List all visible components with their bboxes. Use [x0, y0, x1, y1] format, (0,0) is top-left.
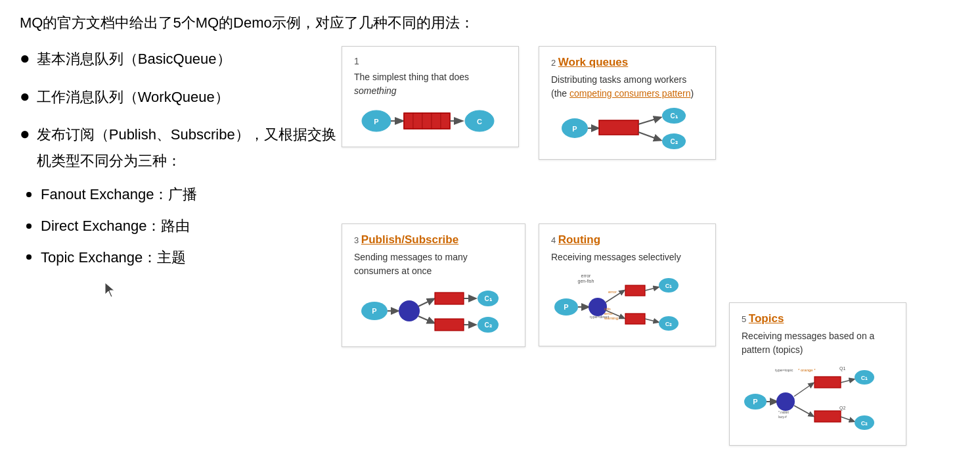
svg-rect-95	[821, 411, 828, 422]
card1-num: 1	[354, 56, 506, 66]
bullet-1: ● 基本消息队列（BasicQueue）	[20, 46, 342, 72]
card4-diagram: error gen-fish P type=direct	[551, 271, 703, 337]
sub-bullet-1-text: Fanout Exchange：广播	[41, 181, 197, 208]
svg-text:P: P	[374, 118, 378, 126]
svg-text:C₂: C₂	[484, 321, 491, 329]
svg-rect-69	[638, 314, 645, 324]
svg-line-100	[841, 417, 854, 421]
card2-desc: Distributing tasks among workers (the co…	[551, 73, 703, 101]
svg-rect-94	[814, 411, 821, 422]
svg-text:C₁: C₁	[861, 375, 868, 381]
svg-rect-39	[435, 319, 442, 331]
bullet-dot-2: ●	[20, 84, 30, 108]
card1-diagram: P C	[354, 105, 506, 137]
svg-text:error: error	[604, 312, 613, 316]
svg-rect-67	[625, 314, 632, 324]
left-content: ● 基本消息队列（BasicQueue） ● 工作消息队列（WorkQueue）…	[20, 46, 342, 306]
svg-text:C₂: C₂	[861, 420, 868, 427]
sub-bullets: Fanout Exchange：广播 Direct Exchange：路由 To…	[26, 181, 342, 270]
card4-desc: Receiving messages selectively	[551, 250, 703, 264]
sub-bullet-3-text: Topic Exchange：主题	[41, 245, 186, 271]
card-hello-world: 1 The simplest thing that does something…	[342, 46, 519, 147]
sub-bullet-2: Direct Exchange：路由	[26, 213, 342, 239]
svg-text:warning: warning	[604, 316, 618, 320]
card-work-queues: 2 Work queues Distributing tasks among w…	[539, 46, 716, 160]
svg-text:C₂: C₂	[670, 138, 677, 145]
svg-text:C₂: C₂	[665, 321, 673, 327]
sub-dot-3	[26, 254, 32, 260]
svg-rect-91	[834, 377, 841, 388]
card2-num: 2 Work queues	[551, 56, 703, 69]
svg-text:error: error	[581, 273, 591, 278]
sub-bullet-1: Fanout Exchange：广播	[26, 181, 342, 208]
svg-line-72	[645, 319, 658, 322]
diagrams-area: 1 The simplest thing that does something…	[342, 46, 960, 470]
svg-rect-89	[821, 377, 828, 388]
header-text: MQ的官方文档中给出了5个MQ的Demo示例，对应了几种不同的用法：	[20, 13, 960, 33]
svg-rect-8	[441, 113, 450, 129]
svg-line-99	[841, 379, 854, 383]
card3-title[interactable]: Publish/Subscribe	[361, 233, 458, 246]
svg-rect-41	[449, 319, 457, 331]
svg-rect-34	[435, 293, 442, 304]
card5-diagram: type=topic * orange * Q1 P *.rabbit lazy…	[742, 364, 894, 436]
card3-diagram: P	[354, 285, 513, 337]
svg-line-32	[418, 299, 434, 306]
svg-rect-37	[457, 293, 464, 304]
svg-text:*.rabbit: *.rabbit	[778, 410, 789, 414]
svg-rect-18	[615, 120, 623, 135]
bullet-3: ● 发布订阅（Publish、Subscribe），又根据交换机类型不同分为三种…	[20, 122, 342, 174]
card5-desc: Receiving messages based on a pattern (t…	[742, 329, 894, 357]
svg-rect-90	[828, 377, 834, 388]
svg-rect-6	[422, 113, 432, 129]
card4-num: 4 Routing	[551, 233, 703, 247]
svg-rect-40	[442, 319, 449, 331]
svg-rect-42	[457, 319, 464, 331]
svg-text:info: info	[604, 307, 611, 311]
card5-title[interactable]: Topics	[749, 312, 784, 325]
svg-text:gen-fish: gen-fish	[578, 279, 594, 284]
svg-text:lazy.#: lazy.#	[778, 415, 787, 419]
bullet-3-text: 发布订阅（Publish、Subscribe），又根据交换机类型不同分为三种：	[37, 122, 342, 174]
svg-rect-4	[404, 113, 413, 129]
svg-rect-96	[828, 411, 834, 422]
svg-text:C₁: C₁	[665, 283, 673, 289]
svg-text:error: error	[608, 290, 617, 294]
svg-rect-97	[834, 411, 841, 422]
svg-line-23	[638, 132, 660, 140]
card3-num: 3 Publish/Subscribe	[354, 233, 513, 247]
svg-rect-17	[607, 120, 615, 135]
card2-title[interactable]: Work queues	[558, 56, 628, 68]
svg-text:P: P	[572, 125, 577, 133]
svg-text:C: C	[477, 118, 482, 126]
sub-dot-1	[26, 192, 32, 197]
svg-line-71	[645, 287, 658, 291]
svg-rect-36	[449, 293, 457, 304]
svg-text:P: P	[564, 303, 568, 311]
card3-desc: Sending messages to many consumers at on…	[354, 250, 513, 278]
competing-consumers-link[interactable]: competing consumers pattern	[569, 88, 690, 99]
svg-point-83	[776, 392, 795, 411]
svg-rect-7	[432, 113, 441, 129]
svg-rect-35	[442, 293, 449, 304]
bullet-dot-3: ●	[20, 122, 30, 145]
svg-rect-20	[631, 120, 638, 135]
svg-text:Q2: Q2	[839, 406, 845, 411]
card-routing: 4 Routing Receiving messages selectively…	[539, 223, 716, 346]
card5-num: 5 Topics	[742, 312, 894, 325]
svg-text:C₁: C₁	[670, 112, 677, 120]
svg-line-86	[794, 383, 813, 396]
svg-rect-68	[632, 314, 638, 324]
svg-text:type=topic: type=topic	[775, 368, 793, 372]
svg-text:P: P	[372, 307, 376, 315]
svg-text:* orange *: * orange *	[798, 368, 816, 372]
card4-title[interactable]: Routing	[558, 233, 600, 246]
svg-text:P: P	[753, 398, 757, 406]
card2-diagram: P C₁	[551, 107, 703, 150]
bullet-1-text: 基本消息队列（BasicQueue）	[37, 46, 231, 72]
svg-rect-88	[814, 377, 821, 388]
bullet-2-text: 工作消息队列（WorkQueue）	[37, 84, 229, 110]
svg-rect-64	[632, 285, 638, 296]
bullet-2: ● 工作消息队列（WorkQueue）	[20, 84, 342, 110]
svg-line-22	[638, 118, 660, 124]
